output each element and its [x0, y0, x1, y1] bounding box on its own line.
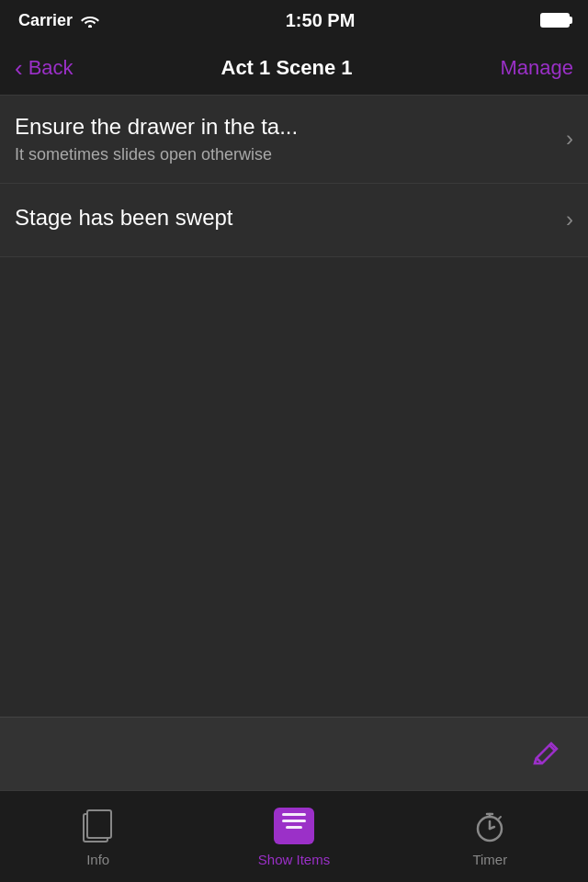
back-label: Back [28, 56, 74, 80]
svg-line-6 [499, 817, 501, 819]
list-item-subtitle: It sometimes slides open otherwise [15, 144, 555, 165]
list-item[interactable]: Ensure the drawer in the ta... It someti… [0, 96, 588, 184]
tab-timer[interactable]: Timer [392, 806, 588, 867]
content-area: Ensure the drawer in the ta... It someti… [0, 96, 588, 257]
list-item-content: Ensure the drawer in the ta... It someti… [15, 112, 566, 166]
show-items-line-3 [286, 826, 302, 829]
show-items-line-2 [282, 820, 306, 822]
tab-show-items[interactable]: Show Items [196, 806, 391, 867]
manage-button[interactable]: Manage [500, 56, 573, 80]
edit-pencil-button[interactable] [526, 734, 566, 775]
nav-title: Act 1 Scene 1 [221, 56, 353, 80]
status-carrier-wifi: Carrier [18, 11, 100, 30]
tab-show-items-label: Show Items [258, 852, 330, 867]
empty-content-area [0, 257, 588, 606]
wifi-icon [80, 13, 100, 28]
back-chevron-icon: ‹ [15, 56, 23, 80]
tab-info[interactable]: Info [0, 806, 196, 867]
show-items-line-1 [282, 813, 306, 816]
carrier-label: Carrier [18, 11, 73, 30]
list-item-title: Ensure the drawer in the ta... [15, 112, 555, 141]
nav-bar: ‹ Back Act 1 Scene 1 Manage [0, 40, 588, 96]
tab-timer-label: Timer [472, 852, 507, 867]
list-item-content: Stage has been swept [15, 203, 566, 235]
info-icon [78, 806, 119, 846]
status-time: 1:50 PM [286, 10, 356, 31]
back-button[interactable]: ‹ Back [15, 56, 74, 80]
show-items-icon [274, 806, 314, 846]
timer-icon [469, 806, 510, 846]
tab-info-label: Info [86, 852, 109, 867]
status-bar: Carrier 1:50 PM [0, 0, 588, 40]
list-item[interactable]: Stage has been swept › [0, 184, 588, 257]
edit-bar [0, 717, 588, 790]
bottom-toolbar-area: Info Show Items [0, 717, 588, 882]
tab-bar: Info Show Items [0, 790, 588, 882]
svg-point-0 [88, 25, 92, 28]
list-item-chevron-icon: › [566, 126, 573, 152]
list-item-chevron-icon: › [566, 207, 573, 232]
battery-icon [540, 13, 570, 28]
list-item-title: Stage has been swept [15, 203, 555, 232]
